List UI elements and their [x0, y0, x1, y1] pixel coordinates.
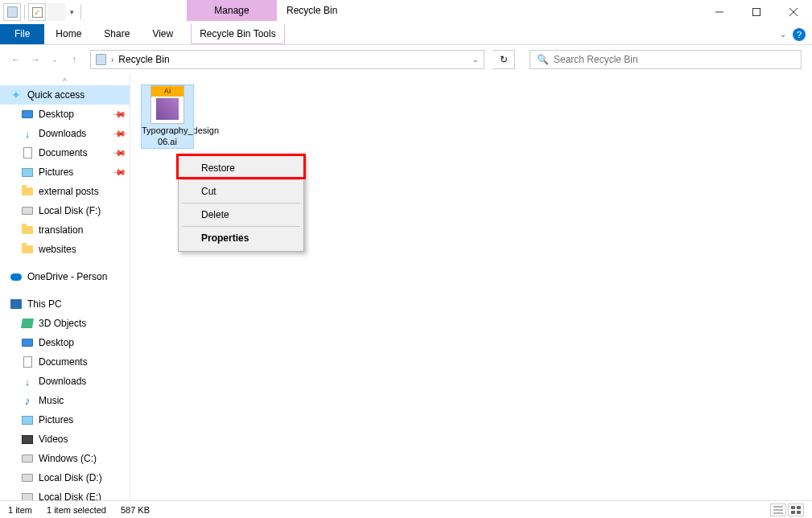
- status-item-count: 1 item: [8, 505, 32, 515]
- quick-access-toolbar: ✓ ▾: [0, 3, 86, 21]
- sidebar-label: Documents: [39, 356, 88, 368]
- tab-file[interactable]: File: [0, 24, 44, 44]
- file-list-area[interactable]: Ai Typography_design 06.ai: [130, 74, 812, 500]
- sidebar-item-documents-pc[interactable]: Documents: [0, 352, 130, 372]
- sidebar-item-local-disk-e[interactable]: Local Disk (E:): [0, 487, 130, 500]
- tab-recycle-bin-tools[interactable]: Recycle Bin Tools: [191, 24, 285, 44]
- separator: [80, 5, 81, 19]
- documents-icon: [21, 146, 34, 159]
- folder-icon: [21, 224, 34, 236]
- close-button[interactable]: [775, 0, 812, 24]
- downloads-icon: ↓: [21, 375, 34, 388]
- pin-icon: 📌: [111, 164, 126, 179]
- qat-blank[interactable]: [47, 3, 65, 21]
- window-title: Recycle Bin: [286, 5, 337, 16]
- menu-item-properties[interactable]: Properties: [180, 227, 302, 249]
- sidebar-label: This PC: [27, 298, 62, 310]
- forward-button[interactable]: →: [27, 51, 43, 68]
- properties-qat-icon[interactable]: ✓: [28, 3, 46, 21]
- sidebar-item-pictures[interactable]: Pictures📌: [0, 162, 130, 182]
- sidebar-label: external posts: [39, 186, 99, 197]
- sidebar-label: Desktop: [39, 337, 74, 348]
- sidebar-item-websites[interactable]: websites: [0, 240, 130, 259]
- menu-item-delete[interactable]: Delete: [180, 204, 302, 226]
- sidebar-item-translation[interactable]: translation: [0, 220, 130, 240]
- sidebar-item-quick-access[interactable]: ✦ Quick access: [0, 85, 130, 105]
- address-bar[interactable]: › Recycle Bin ⌄: [90, 50, 484, 69]
- nav-bar: ← → ⌄ ↑ › Recycle Bin ⌄ ↻ 🔍: [0, 45, 812, 74]
- sidebar-label: Quick access: [27, 89, 84, 101]
- onedrive-icon: [10, 270, 23, 283]
- sidebar-label: Music: [39, 395, 64, 406]
- star-icon: ✦: [10, 88, 23, 101]
- drive-icon: [21, 491, 34, 500]
- sidebar-item-pictures-pc[interactable]: Pictures: [0, 410, 130, 430]
- minimize-button[interactable]: [701, 0, 738, 24]
- scroll-up-icon[interactable]: ʌ: [0, 76, 130, 85]
- explorer-body: ʌ ✦ Quick access Desktop📌 ↓Downloads📌 Do…: [0, 74, 812, 500]
- contextual-tab-header: Manage: [187, 0, 277, 21]
- sidebar-item-this-pc[interactable]: This PC: [0, 294, 130, 314]
- sidebar-label: Documents: [39, 147, 88, 158]
- sidebar-item-music[interactable]: ♪Music: [0, 391, 130, 410]
- address-dropdown-caret[interactable]: ⌄: [472, 56, 479, 64]
- up-button[interactable]: ↑: [66, 51, 82, 68]
- back-button[interactable]: ←: [8, 51, 24, 68]
- chevron-right-icon[interactable]: ›: [111, 56, 113, 64]
- drive-icon: [21, 204, 34, 217]
- sidebar-label: Pictures: [39, 166, 73, 178]
- thumbnails-view-button[interactable]: [788, 504, 804, 516]
- sidebar-item-documents[interactable]: Documents📌: [0, 143, 130, 162]
- desktop-icon: [21, 108, 34, 121]
- sidebar-item-windows-c[interactable]: Windows (C:): [0, 449, 130, 468]
- sidebar-label: Videos: [39, 434, 68, 445]
- sidebar-item-external-posts[interactable]: external posts: [0, 182, 130, 201]
- sidebar-item-desktop[interactable]: Desktop📌: [0, 105, 130, 124]
- search-icon: 🔍: [537, 54, 549, 65]
- thumbnail-preview: [156, 98, 179, 120]
- menu-item-restore[interactable]: Restore: [180, 157, 302, 179]
- qat-customize-caret[interactable]: ▾: [70, 8, 74, 16]
- sidebar-item-3d-objects[interactable]: 3D Objects: [0, 314, 130, 333]
- separator: [24, 5, 25, 19]
- sidebar-item-downloads-pc[interactable]: ↓Downloads: [0, 372, 130, 391]
- svg-rect-8: [797, 506, 801, 509]
- sidebar-item-desktop-pc[interactable]: Desktop: [0, 333, 130, 352]
- refresh-button[interactable]: ↻: [493, 50, 515, 69]
- recycle-bin-icon[interactable]: [3, 3, 21, 21]
- sidebar-item-local-disk-f[interactable]: Local Disk (F:): [0, 201, 130, 220]
- maximize-button[interactable]: [738, 0, 775, 24]
- sidebar-label: Local Disk (E:): [39, 491, 101, 500]
- file-item[interactable]: Ai Typography_design 06.ai: [142, 85, 193, 148]
- music-icon: ♪: [21, 394, 34, 407]
- ribbon-collapse-caret[interactable]: ⌄: [780, 30, 786, 39]
- search-input[interactable]: [554, 54, 794, 65]
- tab-home[interactable]: Home: [44, 24, 93, 44]
- recent-locations-caret[interactable]: ⌄: [47, 51, 63, 68]
- manage-tab-header: Manage: [187, 0, 277, 21]
- status-size: 587 KB: [121, 505, 150, 515]
- ai-badge: Ai: [151, 86, 183, 97]
- address-location[interactable]: Recycle Bin: [118, 54, 169, 65]
- drive-icon: [21, 471, 34, 484]
- menu-item-cut[interactable]: Cut: [180, 180, 302, 203]
- search-box[interactable]: 🔍: [530, 50, 802, 69]
- context-menu: Restore Cut Delete Properties: [178, 154, 304, 252]
- sidebar-label: 3D Objects: [39, 318, 86, 329]
- desktop-icon: [21, 336, 34, 349]
- view-switcher: [770, 504, 804, 516]
- downloads-icon: ↓: [21, 127, 34, 140]
- sidebar-item-local-disk-d[interactable]: Local Disk (D:): [0, 468, 130, 487]
- svg-rect-1: [753, 9, 760, 16]
- window-controls: [701, 0, 812, 24]
- tab-view[interactable]: View: [141, 24, 184, 44]
- sidebar-label: Downloads: [39, 376, 86, 387]
- nav-pane: ʌ ✦ Quick access Desktop📌 ↓Downloads📌 Do…: [0, 74, 130, 500]
- help-icon[interactable]: ?: [793, 28, 806, 41]
- sidebar-item-videos[interactable]: Videos: [0, 430, 130, 449]
- status-selected-count: 1 item selected: [47, 505, 106, 515]
- details-view-button[interactable]: [770, 504, 786, 516]
- sidebar-item-onedrive[interactable]: OneDrive - Person: [0, 267, 130, 286]
- tab-share[interactable]: Share: [93, 24, 141, 44]
- sidebar-item-downloads[interactable]: ↓Downloads📌: [0, 124, 130, 143]
